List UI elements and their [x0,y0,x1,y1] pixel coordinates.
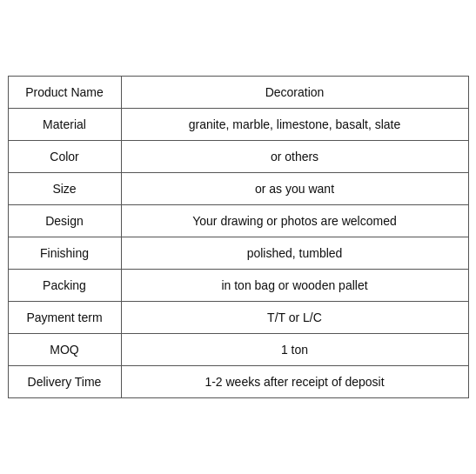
row-label: Finishing [8,237,121,270]
row-value: 1 ton [121,334,468,366]
row-label: Delivery Time [8,366,121,398]
table-row: MOQ1 ton [8,334,468,366]
row-value: 1-2 weeks after receipt of deposit [121,366,468,398]
table-row: Payment termT/T or L/C [8,302,468,334]
row-label: Material [8,109,121,141]
table-row: Packingin ton bag or wooden pallet [8,270,468,302]
row-label: Size [8,173,121,205]
row-value: polished, tumbled [121,237,468,270]
row-value: or as you want [121,173,468,205]
row-label: Payment term [8,302,121,334]
table-row: Delivery Time1-2 weeks after receipt of … [8,366,468,398]
row-value: or others [121,141,468,173]
row-label: MOQ [8,334,121,366]
row-value: T/T or L/C [121,302,468,334]
row-label: Product Name [8,77,121,109]
table-row: DesignYour drawing or photos are welcome… [8,205,468,237]
row-value: Your drawing or photos are welcomed [121,205,468,237]
table-row: Materialgranite, marble, limestone, basa… [8,109,468,141]
table-row: Product NameDecoration [8,77,468,109]
product-info-table: Product NameDecorationMaterialgranite, m… [8,76,469,398]
row-value: granite, marble, limestone, basalt, slat… [121,109,468,141]
table-row: Coloror others [8,141,468,173]
row-label: Packing [8,270,121,302]
table-row: Finishingpolished, tumbled [8,237,468,270]
row-value: Decoration [121,77,468,109]
row-label: Design [8,205,121,237]
row-value: in ton bag or wooden pallet [121,270,468,302]
row-label: Color [8,141,121,173]
table-row: Sizeor as you want [8,173,468,205]
